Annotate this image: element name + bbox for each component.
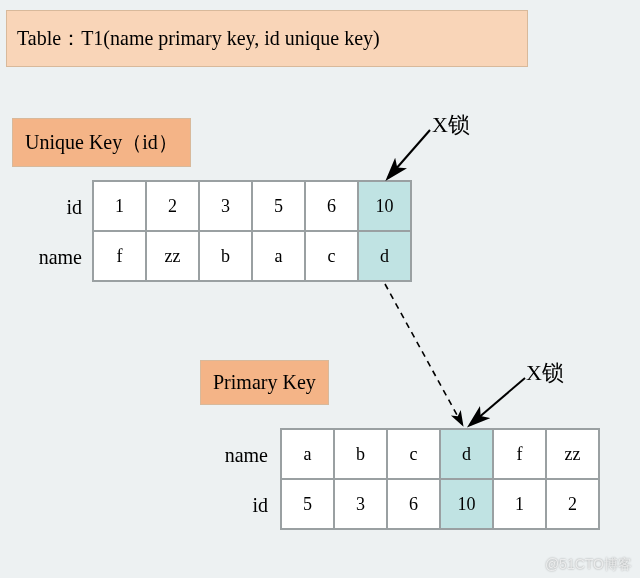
cell: 3 — [334, 479, 387, 529]
cell: d — [440, 429, 493, 479]
cell: 2 — [546, 479, 599, 529]
title-box: Table：T1(name primary key, id unique key… — [6, 10, 528, 67]
unique-key-lock-label: X锁 — [432, 110, 470, 140]
cell: 10 — [358, 181, 411, 231]
arrow-to-unique-lock — [388, 130, 430, 178]
cell: c — [305, 231, 358, 281]
primary-key-label: Primary Key — [213, 371, 316, 393]
unique-key-table: 1235610fzzbacd — [92, 180, 412, 282]
unique-id-row-label: id — [22, 196, 82, 219]
unique-key-label-box: Unique Key（id） — [12, 118, 191, 167]
cell: 5 — [252, 181, 305, 231]
cell: 6 — [387, 479, 440, 529]
cell: 2 — [146, 181, 199, 231]
unique-name-row-label: name — [22, 246, 82, 269]
watermark: @51CTO博客 — [545, 556, 632, 574]
cell: f — [93, 231, 146, 281]
cell: f — [493, 429, 546, 479]
title-text: Table：T1(name primary key, id unique key… — [17, 27, 380, 49]
cell: 5 — [281, 479, 334, 529]
cell: 1 — [93, 181, 146, 231]
cell: c — [387, 429, 440, 479]
cell: a — [281, 429, 334, 479]
cell: 10 — [440, 479, 493, 529]
cell: zz — [546, 429, 599, 479]
primary-key-label-box: Primary Key — [200, 360, 329, 405]
cell: zz — [146, 231, 199, 281]
cell: a — [252, 231, 305, 281]
cell: 6 — [305, 181, 358, 231]
unique-key-label: Unique Key（id） — [25, 131, 178, 153]
primary-name-row-label: name — [208, 444, 268, 467]
primary-id-row-label: id — [208, 494, 268, 517]
cell: 1 — [493, 479, 546, 529]
cell: 3 — [199, 181, 252, 231]
cell: d — [358, 231, 411, 281]
primary-key-lock-label: X锁 — [526, 358, 564, 388]
cell: b — [199, 231, 252, 281]
dashed-link-d-to-d — [385, 284, 462, 424]
arrow-to-primary-lock — [470, 378, 525, 425]
cell: b — [334, 429, 387, 479]
primary-key-table: abcdfzz5361012 — [280, 428, 600, 530]
